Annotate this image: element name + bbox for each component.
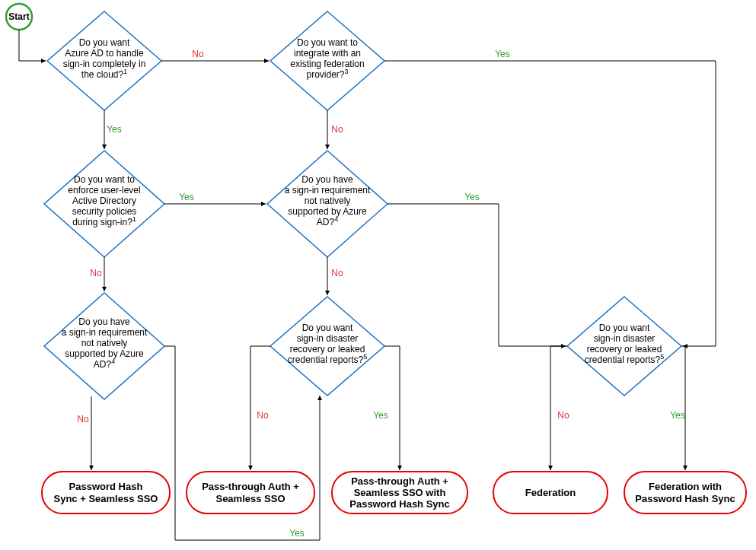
svg-text:the cloud?1: the cloud?1 [81,68,127,80]
result-pta-sso: Pass-through Auth + Seamless SSO [187,472,314,513]
result-federation: Federation [493,472,608,513]
decision-azure-ad-cloud: Do you want Azure AD to handle sign-in c… [47,11,161,110]
svg-text:enforce user-level: enforce user-level [68,185,140,196]
svg-text:provider?3: provider?3 [306,68,348,80]
decision-signin-req-left: Do you have a sign-in requirement not na… [44,293,164,399]
svg-text:No: No [192,49,204,59]
svg-text:supported by Azure: supported by Azure [288,206,367,217]
svg-text:Yes: Yes [670,410,685,421]
svg-text:Password Hash Sync: Password Hash Sync [349,498,450,510]
svg-text:sign-in disaster: sign-in disaster [297,333,359,344]
svg-text:Pass-through Auth +: Pass-through Auth + [351,475,448,487]
svg-text:security policies: security policies [72,206,137,217]
svg-text:Do you want: Do you want [302,323,353,333]
svg-text:recovery or leaked: recovery or leaked [290,344,365,354]
svg-text:integrate with an: integrate with an [294,48,361,59]
svg-text:No: No [257,410,269,421]
svg-text:sign-in disaster: sign-in disaster [594,333,656,344]
svg-text:No: No [331,124,343,135]
svg-text:Federation with: Federation with [649,481,722,492]
svg-text:Do you want to: Do you want to [74,174,135,185]
result-pta-sso-phs: Pass-through Auth + Seamless SSO with Pa… [332,472,467,513]
svg-text:Password Hash: Password Hash [69,481,143,492]
svg-text:not natively: not natively [81,338,128,348]
result-phs-sso: Password Hash Sync + Seamless SSO [42,472,170,513]
svg-text:recovery or leaked: recovery or leaked [587,344,662,354]
svg-text:Pass-through Auth +: Pass-through Auth + [202,481,299,492]
svg-text:No: No [331,268,343,278]
svg-text:Do you have: Do you have [78,316,130,327]
svg-text:Active Directory: Active Directory [72,196,136,206]
svg-text:No: No [77,414,89,424]
svg-text:Yes: Yes [464,192,480,202]
svg-text:Yes: Yes [373,410,388,421]
svg-text:supported by Azure: supported by Azure [65,348,144,359]
svg-text:Do you want to: Do you want to [297,37,358,48]
svg-text:existing federation: existing federation [290,59,364,69]
svg-text:Yes: Yes [289,528,305,539]
svg-text:Do you want: Do you want [599,323,650,333]
decision-disaster-center: Do you want sign-in disaster recovery or… [270,297,384,396]
svg-text:Federation: Federation [525,487,576,498]
decision-enforce-policies: Do you want to enforce user-level Active… [44,151,164,257]
svg-text:Start: Start [8,11,29,22]
svg-text:Seamless SSO: Seamless SSO [215,493,285,504]
svg-text:Yes: Yes [107,124,122,135]
svg-text:not natively: not natively [305,196,351,206]
svg-text:No: No [557,410,569,421]
svg-text:Sync + Seamless SSO: Sync + Seamless SSO [54,493,158,504]
decision-federation-provider: Do you want to integrate with an existin… [270,11,384,110]
svg-text:Seamless SSO with: Seamless SSO with [354,487,446,498]
svg-text:credential reports?5: credential reports?5 [288,353,367,365]
svg-text:a sign-in requirement: a sign-in requirement [62,327,148,338]
connectors: No Yes Yes No Yes No Yes No No Yes No Ye… [19,30,716,540]
result-federation-phs: Federation with Password Hash Sync [624,472,746,513]
svg-text:Do you want: Do you want [79,37,130,48]
svg-text:sign-in completely in: sign-in completely in [63,59,146,69]
flowchart: Start Do you want Azure AD to handle sig… [0,0,756,550]
svg-text:Yes: Yes [179,192,194,202]
svg-text:Azure AD to handle: Azure AD to handle [65,48,144,59]
svg-text:Yes: Yes [495,49,510,59]
decision-signin-req-center: Do you have a sign-in requirement not na… [267,151,388,257]
svg-text:Do you have: Do you have [301,174,353,185]
start-node: Start [6,4,32,30]
decision-disaster-right: Do you want sign-in disaster recovery or… [567,297,681,396]
svg-text:a sign-in requirement: a sign-in requirement [285,185,371,196]
svg-text:credential reports?5: credential reports?5 [585,353,664,365]
svg-text:during sign-in?1: during sign-in?1 [72,215,136,227]
svg-text:Password Hash Sync: Password Hash Sync [635,493,735,504]
svg-text:No: No [90,268,102,278]
